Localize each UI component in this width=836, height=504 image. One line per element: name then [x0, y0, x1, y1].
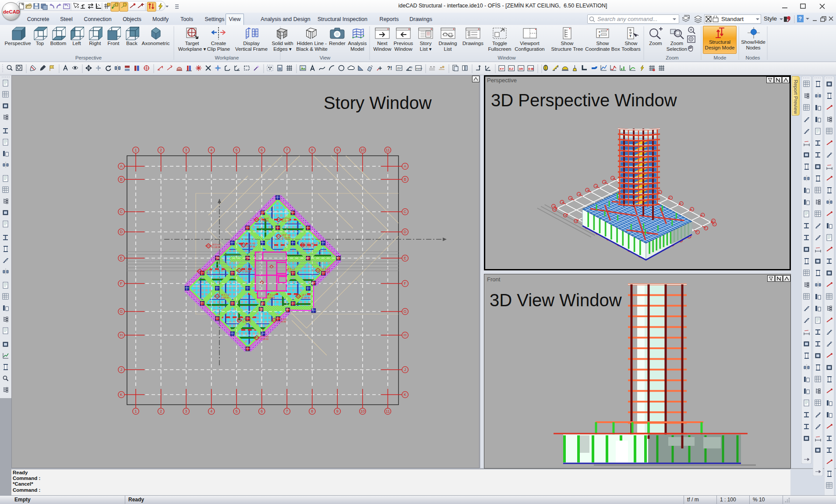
- svg-text:45: 45: [409, 66, 413, 69]
- svg-text:XY: XY: [500, 67, 504, 71]
- svg-text:D:18/30: D:18/30: [278, 320, 286, 323]
- svg-text:D:18/30: D:18/30: [282, 220, 290, 222]
- svg-text:D:18/30: D:18/30: [203, 271, 212, 274]
- svg-text:D:18/30: D:18/30: [212, 246, 220, 248]
- svg-text:E⊕: E⊕: [529, 67, 534, 71]
- svg-text:D:18/30: D:18/30: [221, 296, 229, 299]
- svg-text:D:18/30: D:18/30: [302, 296, 310, 299]
- svg-text:?!: ?!: [387, 65, 392, 71]
- svg-text:D:18/30: D:18/30: [247, 245, 255, 248]
- svg-text:T: T: [629, 34, 631, 38]
- svg-text:mm²: mm²: [416, 67, 423, 70]
- svg-text:3R: 3R: [519, 67, 523, 71]
- svg-text:D:18/30: D:18/30: [267, 296, 275, 299]
- svg-text:D:18/30: D:18/30: [306, 245, 314, 248]
- svg-text:?: ?: [798, 15, 802, 22]
- svg-text:Report Preview: Report Preview: [793, 80, 798, 114]
- svg-text:y: y: [599, 33, 600, 37]
- svg-text:D:18/30: D:18/30: [243, 320, 251, 323]
- svg-text:D:18/30: D:18/30: [260, 220, 268, 222]
- svg-text:m²: m²: [397, 66, 402, 70]
- svg-text:EZ: EZ: [509, 67, 514, 71]
- svg-text:D:18/30: D:18/30: [260, 338, 268, 340]
- svg-text:D:18/30: D:18/30: [282, 236, 290, 239]
